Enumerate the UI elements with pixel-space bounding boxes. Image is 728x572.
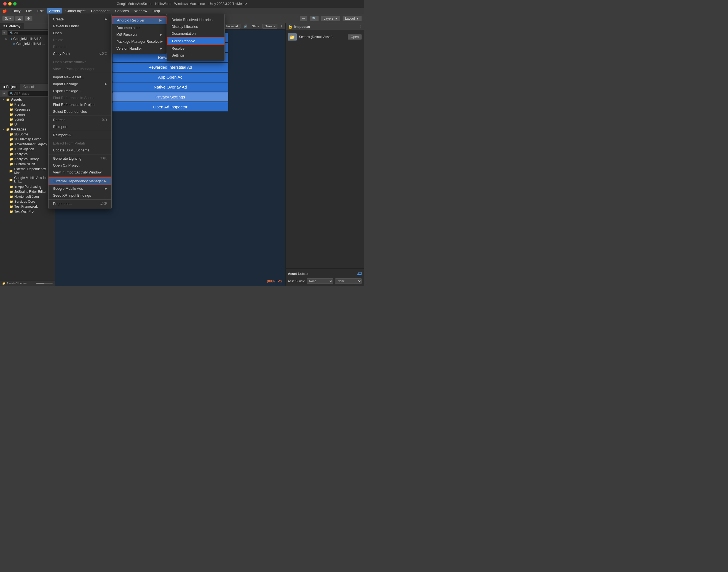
close-button[interactable] bbox=[3, 2, 7, 5]
tree-edm[interactable]: 📁 External Dependency Mar... bbox=[0, 166, 55, 175]
search-btn[interactable]: 🔍 bbox=[310, 16, 319, 21]
menu-open-csharp[interactable]: Open C# Project bbox=[49, 162, 112, 169]
tree-iap[interactable]: 📁 In App Purchasing bbox=[0, 184, 55, 189]
tree-scripts[interactable]: 📁 Scripts bbox=[0, 117, 55, 122]
console-tab[interactable]: Console bbox=[20, 84, 39, 90]
menu-edm[interactable]: External Dependency Manager ▶ bbox=[49, 177, 112, 185]
tree-ainav[interactable]: 📁 AI Navigation bbox=[0, 147, 55, 152]
menu-properties[interactable]: Properties... ⌥⌘P bbox=[49, 200, 112, 207]
menu-find-refs-project[interactable]: Find References In Project bbox=[49, 101, 112, 108]
menu-component[interactable]: Component bbox=[89, 8, 112, 13]
menu-gameobject[interactable]: GameObject bbox=[63, 8, 88, 13]
menu-export-package[interactable]: Export Package... bbox=[49, 87, 112, 94]
apple-menu[interactable]: 🍎 bbox=[2, 9, 7, 13]
game-btn-native[interactable]: Native Overlay Ad bbox=[113, 82, 228, 91]
menu-reimport[interactable]: Reimport bbox=[49, 123, 112, 130]
folder-icon-s: 📁 bbox=[9, 113, 13, 117]
menu-assets[interactable]: Assets bbox=[47, 8, 62, 13]
tree-servicescore[interactable]: 📁 Services Core bbox=[0, 199, 55, 204]
minimize-button[interactable] bbox=[8, 2, 12, 5]
menu-seed-xr[interactable]: Seed XR Input Bindings bbox=[49, 192, 112, 199]
tree-prefabs[interactable]: 📁 Prefabs bbox=[0, 102, 55, 107]
tree-gma[interactable]: 📁 Google Mobile Ads for Uni... bbox=[0, 175, 55, 184]
scene-more-btn[interactable]: ⋮ bbox=[280, 24, 283, 28]
android-settings[interactable]: Settings bbox=[167, 52, 224, 59]
edm-version-handler[interactable]: Version Handler ▶ bbox=[112, 45, 166, 52]
size-slider[interactable] bbox=[36, 283, 53, 284]
tree-scenes[interactable]: 📁 Scenes bbox=[0, 112, 55, 117]
menu-edit[interactable]: Edit bbox=[35, 8, 46, 13]
layout-dropdown[interactable]: Layout ▼ bbox=[343, 16, 362, 21]
hierarchy-item-gameobj[interactable]: ◈ GoogleMobileAds... bbox=[0, 42, 55, 46]
tree-packages[interactable]: ▼ 📁 Packages bbox=[0, 127, 55, 132]
hierarchy-add-btn[interactable]: + bbox=[2, 30, 7, 35]
mute-btn[interactable]: 🔊 bbox=[243, 24, 249, 29]
menu-file[interactable]: File bbox=[24, 8, 34, 13]
edm-android-resolver[interactable]: Android Resolver ▶ bbox=[112, 16, 166, 24]
menu-update-uxml[interactable]: Update UXML Schema bbox=[49, 147, 112, 154]
gizmos-btn[interactable]: Gizmos bbox=[262, 24, 277, 29]
layers-dropdown[interactable]: Layers ▼ bbox=[321, 16, 340, 21]
android-resolve[interactable]: Resolve bbox=[167, 45, 224, 52]
tree-ui[interactable]: 📁 UI bbox=[0, 122, 55, 127]
menu-refresh[interactable]: Refresh ⌘R bbox=[49, 117, 112, 123]
menu-google-mobile-ads[interactable]: Google Mobile Ads ▶ bbox=[49, 185, 112, 192]
menu-copy-path[interactable]: Copy Path ⌥⌘C bbox=[49, 50, 112, 57]
project-add-btn[interactable]: + bbox=[2, 91, 7, 96]
game-btn-appopen[interactable]: App Open Ad bbox=[113, 73, 228, 82]
android-delete-resolved[interactable]: Delete Resolved Libraries bbox=[167, 16, 224, 23]
menu-unity[interactable]: Unity bbox=[10, 8, 23, 13]
account-btn[interactable]: JL ▼ bbox=[2, 16, 14, 21]
tree-analyticslib[interactable]: 📁 Analytics Library bbox=[0, 157, 55, 162]
tree-2dsprite[interactable]: 📁 2D Sprite bbox=[0, 132, 55, 137]
menu-services[interactable]: Services bbox=[113, 8, 131, 13]
android-force-resolve[interactable]: Force Resolve bbox=[167, 37, 224, 45]
tree-testfw[interactable]: 📁 Test Framework bbox=[0, 204, 55, 209]
stats-btn[interactable]: Stats bbox=[251, 24, 260, 28]
menu-reimport-all[interactable]: Reimport All bbox=[49, 132, 112, 138]
tree-resources[interactable]: 📁 Resources bbox=[0, 107, 55, 112]
asset-bundle-select2[interactable]: None bbox=[335, 278, 362, 284]
tree-textmeshpro[interactable]: 📁 TextMeshPro bbox=[0, 209, 55, 214]
hierarchy-search[interactable]: 🔍 All bbox=[8, 30, 53, 35]
menu-create[interactable]: Create ▶ bbox=[49, 16, 112, 23]
hierarchy-item-scene[interactable]: ▶ ⊙ GoogleMobileAdsS... bbox=[0, 37, 55, 42]
menu-open[interactable]: Open bbox=[49, 29, 112, 37]
game-btn-rewarded-int[interactable]: Rewarded Interstitial Ad bbox=[113, 63, 228, 72]
tree-newtonsoft[interactable]: 📁 Newtonsoft Json bbox=[0, 194, 55, 199]
tree-customnunit[interactable]: 📁 Custom NUnit bbox=[0, 162, 55, 166]
open-scene-btn[interactable]: Open bbox=[348, 34, 362, 40]
edm-pkg-mgr[interactable]: Package Manager Resolver ▶ bbox=[112, 38, 166, 45]
project-tab[interactable]: ■ Project bbox=[0, 84, 20, 90]
asset-labels-icon[interactable]: 🏷 bbox=[357, 271, 362, 277]
cloud-btn[interactable]: ☁ bbox=[15, 16, 23, 21]
menu-select-deps[interactable]: Select Dependencies bbox=[49, 108, 112, 115]
edm-docs[interactable]: Documentation bbox=[112, 24, 166, 31]
tree-analytics[interactable]: 📁 Analytics bbox=[0, 152, 55, 157]
inspector-more[interactable]: ⋮ bbox=[359, 25, 362, 28]
project-search[interactable]: 🔍 All Prefabs bbox=[8, 91, 53, 96]
edm-ios[interactable]: iOS Resolver ▶ bbox=[112, 31, 166, 38]
android-docs[interactable]: Documentation bbox=[167, 30, 224, 37]
undo-btn[interactable]: ↩ bbox=[300, 16, 307, 21]
game-btn-inspector[interactable]: Open Ad Inspector bbox=[113, 102, 228, 112]
settings-btn[interactable]: ⚙ bbox=[24, 16, 32, 21]
android-display-libs[interactable]: Display Libraries bbox=[167, 23, 224, 30]
menu-import-package[interactable]: Import Package ▶ bbox=[49, 80, 112, 87]
asset-bundle-select1[interactable]: None bbox=[307, 278, 334, 284]
tree-jb[interactable]: 📁 JetBrains Rider Editor bbox=[0, 189, 55, 194]
maximize-button[interactable] bbox=[13, 2, 16, 5]
path-label: Assets/Scenes bbox=[7, 282, 27, 285]
menu-window[interactable]: Window bbox=[132, 8, 149, 13]
lock-icon[interactable]: 🔒 bbox=[288, 24, 293, 29]
menu-help[interactable]: Help bbox=[150, 8, 162, 13]
menu-gen-lighting[interactable]: Generate Lighting ⇧⌘L bbox=[49, 155, 112, 162]
tree-2dtilemap[interactable]: 📁 2D Tilemap Editor bbox=[0, 137, 55, 142]
hierarchy-tab[interactable]: ≡ Hierarchy bbox=[0, 23, 24, 29]
menu-import-new-asset[interactable]: Import New Asset... bbox=[49, 74, 112, 80]
tree-adlegacy[interactable]: 📁 Advertisement Legacy bbox=[0, 142, 55, 147]
menu-reveal-finder[interactable]: Reveal in Finder bbox=[49, 23, 112, 29]
game-btn-privacy[interactable]: Privacy Settings bbox=[113, 92, 228, 101]
menu-view-import-activity[interactable]: View in Import Activity Window bbox=[49, 169, 112, 176]
tree-assets[interactable]: ▼ 📁 Assets bbox=[0, 97, 55, 102]
